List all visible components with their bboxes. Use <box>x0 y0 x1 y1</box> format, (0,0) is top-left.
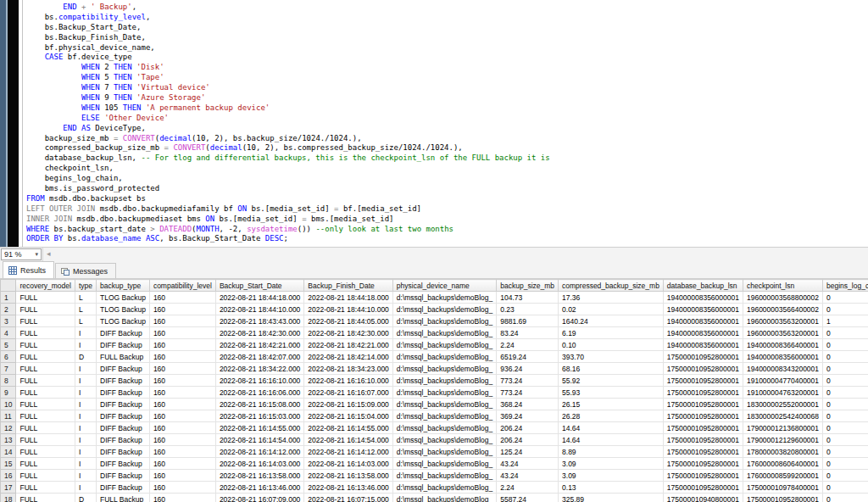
grid-cell[interactable]: 2022-08-21 16:13:46.000 <box>304 482 392 494</box>
grid-cell[interactable]: 2022-08-21 18:42:07.000 <box>215 351 303 363</box>
grid-cell[interactable]: FULL <box>16 375 75 387</box>
row-number[interactable]: 5 <box>1 339 16 351</box>
row-number[interactable]: 16 <box>1 470 16 482</box>
grid-cell[interactable]: TLOG Backup <box>97 315 150 327</box>
grid-cell[interactable]: I <box>75 446 96 458</box>
grid-cell[interactable]: 175000010952800001 <box>663 482 743 494</box>
grid-cell[interactable]: d:\mssql_backups\demoBlog_ <box>392 363 496 375</box>
grid-cell[interactable]: 196000003566400002 <box>743 304 822 315</box>
grid-cell[interactable]: 368.24 <box>497 399 559 410</box>
grid-cell[interactable]: DIFF Backup <box>97 327 150 339</box>
grid-cell[interactable]: FULL <box>16 399 75 410</box>
grid-cell[interactable]: 0.10 <box>559 339 664 351</box>
row-number[interactable]: 3 <box>1 315 16 327</box>
grid-cell[interactable]: D <box>75 494 96 502</box>
grid-cell[interactable]: I <box>75 434 96 446</box>
grid-cell[interactable]: 2022-08-21 18:42:21.000 <box>304 339 392 351</box>
grid-cell[interactable]: FULL <box>16 470 75 482</box>
grid-cell[interactable]: 2022-08-21 18:44:18.000 <box>304 292 392 304</box>
grid-cell[interactable]: 0.13 <box>559 482 664 494</box>
grid-cell[interactable]: 14.64 <box>559 422 664 434</box>
grid-cell[interactable]: 175000010952800001 <box>663 351 743 363</box>
grid-cell[interactable]: 176000008599200001 <box>743 470 822 482</box>
grid-cell[interactable]: 178000003820800001 <box>743 446 822 458</box>
grid-cell[interactable]: DIFF Backup <box>97 399 150 410</box>
grid-cell[interactable]: d:\mssql_backups\demoBlog_ <box>392 315 496 327</box>
grid-cell[interactable]: 2022-08-21 18:42:14.000 <box>304 351 392 363</box>
grid-cell[interactable]: FULL <box>16 482 75 494</box>
tab-messages[interactable]: Messages <box>55 263 116 278</box>
grid-cell[interactable]: I <box>75 410 96 422</box>
row-number[interactable]: 10 <box>1 399 16 410</box>
grid-cell[interactable]: DIFF Backup <box>97 422 150 434</box>
grid-cell[interactable]: 43.24 <box>497 470 559 482</box>
grid-cell[interactable]: d:\mssql_backups\demoBlog_ <box>392 292 496 304</box>
grid-cell[interactable]: 160 <box>149 375 215 387</box>
grid-cell[interactable]: 773.24 <box>497 375 559 387</box>
grid-cell[interactable]: 9881.69 <box>497 315 559 327</box>
grid-cell[interactable]: FULL <box>16 339 75 351</box>
grid-cell[interactable]: 0 <box>823 304 868 315</box>
grid-cell[interactable]: 191000004770400001 <box>743 375 822 387</box>
grid-cell[interactable]: 2022-08-21 16:13:58.000 <box>304 470 392 482</box>
grid-cell[interactable]: L <box>75 292 96 304</box>
grid-cell[interactable]: D <box>75 351 96 363</box>
grid-cell[interactable]: d:\mssql_backups\demoBlog_ <box>392 375 496 387</box>
row-number[interactable]: 2 <box>1 304 16 315</box>
grid-cell[interactable]: 1 <box>823 315 868 327</box>
grid-cell[interactable]: 2022-08-21 18:42:21.000 <box>215 339 303 351</box>
grid-cell[interactable]: d:\mssql_backups\demoBlog_ <box>392 351 496 363</box>
grid-cell[interactable]: 2022-08-21 16:07:09.000 <box>215 494 303 502</box>
grid-cell[interactable]: 175000010952800001 <box>663 458 743 470</box>
column-header-database_backup_lsn[interactable]: database_backup_lsn <box>663 280 743 292</box>
grid-cell[interactable]: FULL <box>16 315 75 327</box>
grid-cell[interactable]: FULL Backup <box>97 494 150 502</box>
grid-cell[interactable]: 17.36 <box>559 292 664 304</box>
grid-cell[interactable]: 2022-08-21 16:15:09.000 <box>304 399 392 410</box>
grid-cell[interactable]: 8.89 <box>559 446 664 458</box>
grid-cell[interactable]: 2022-08-21 18:34:23.000 <box>304 363 392 375</box>
grid-cell[interactable]: 183000002552000001 <box>743 399 822 410</box>
grid-cell[interactable]: 160 <box>149 458 215 470</box>
row-number[interactable]: 7 <box>1 363 16 375</box>
grid-cell[interactable]: 160 <box>149 363 215 375</box>
grid-cell[interactable]: 194000008356000001 <box>663 292 743 304</box>
grid-cell[interactable]: FULL <box>16 410 75 422</box>
column-header-begins_log_chain[interactable]: begins_log_chain <box>823 280 868 292</box>
grid-cell[interactable]: 206.24 <box>497 422 559 434</box>
column-header-Backup_Start_Date[interactable]: Backup_Start_Date <box>215 280 303 292</box>
grid-cell[interactable]: 773.24 <box>497 387 559 399</box>
grid-cell[interactable]: 0 <box>823 446 868 458</box>
grid-cell[interactable]: d:\mssql_backups\demoBlog_ <box>392 494 496 502</box>
grid-cell[interactable]: 160 <box>149 351 215 363</box>
grid-cell[interactable]: 196000003563200001 <box>743 327 822 339</box>
row-number[interactable]: 12 <box>1 422 16 434</box>
grid-cell[interactable]: 0 <box>823 434 868 446</box>
grid-cell[interactable]: 194000008356000001 <box>743 351 822 363</box>
grid-cell[interactable]: 2022-08-21 16:14:55.000 <box>215 422 303 434</box>
grid-cell[interactable]: 175000010978400001 <box>743 482 822 494</box>
row-number[interactable]: 8 <box>1 375 16 387</box>
grid-cell[interactable]: 175000010952800001 <box>663 446 743 458</box>
grid-cell[interactable]: 2022-08-21 16:16:06.000 <box>215 387 303 399</box>
row-number[interactable]: 4 <box>1 327 16 339</box>
grid-cell[interactable]: 160 <box>149 292 215 304</box>
grid-cell[interactable]: L <box>75 315 96 327</box>
grid-cell[interactable]: d:\mssql_backups\demoBlog_ <box>392 422 496 434</box>
grid-cell[interactable]: 2022-08-21 18:44:10.000 <box>215 304 303 315</box>
grid-cell[interactable]: 2022-08-21 16:16:07.000 <box>304 387 392 399</box>
grid-cell[interactable]: 14.64 <box>559 434 664 446</box>
grid-cell[interactable]: 2022-08-21 16:14:54.000 <box>215 434 303 446</box>
grid-cell[interactable]: 160 <box>149 434 215 446</box>
grid-cell[interactable]: 0 <box>823 482 868 494</box>
grid-cell[interactable]: 55.93 <box>559 387 664 399</box>
grid-cell[interactable]: 0 <box>823 410 868 422</box>
grid-cell[interactable]: 179000012129600001 <box>743 434 822 446</box>
grid-cell[interactable]: 175000010952800001 <box>663 399 743 410</box>
grid-cell[interactable]: 0 <box>823 351 868 363</box>
grid-cell[interactable]: 160 <box>149 410 215 422</box>
grid-cell[interactable]: DIFF Backup <box>97 339 150 351</box>
grid-cell[interactable]: I <box>75 482 96 494</box>
grid-cell[interactable]: 175000010952800001 <box>663 410 743 422</box>
grid-cell[interactable]: 2022-08-21 18:42:30.000 <box>215 327 303 339</box>
